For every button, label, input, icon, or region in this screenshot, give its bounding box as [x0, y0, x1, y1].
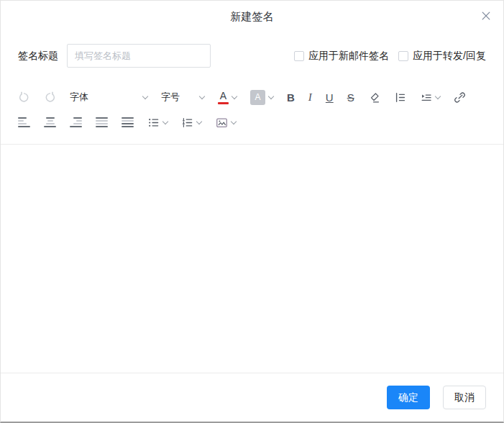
- undo-icon: [18, 91, 30, 104]
- undo-button[interactable]: [18, 91, 30, 104]
- indent-icon: [420, 91, 432, 104]
- align-right-icon: [70, 117, 82, 127]
- dialog-footer: 确定 取消: [1, 373, 503, 422]
- insert-link-icon: [454, 91, 466, 104]
- signature-title-label: 签名标题: [18, 50, 58, 63]
- font-family-dropdown[interactable]: 字体: [70, 91, 147, 104]
- signature-title-row: 签名标题 应用于新邮件签名 应用于转发/回复: [1, 44, 503, 68]
- chevron-down-icon: [162, 118, 168, 124]
- apply-new-mail-label: 应用于新邮件签名: [308, 50, 389, 63]
- chevron-down-icon: [232, 93, 237, 99]
- chevron-down-icon: [231, 118, 237, 124]
- align-center-icon: [44, 117, 56, 127]
- ordered-list-icon: [181, 117, 193, 129]
- align-distribute-button[interactable]: [122, 117, 134, 127]
- signature-editor[interactable]: [1, 144, 503, 373]
- align-distribute-icon: [122, 117, 134, 127]
- font-color-swatch: [218, 102, 229, 104]
- chevron-down-icon: [199, 93, 205, 99]
- font-size-dropdown[interactable]: 字号: [161, 91, 204, 104]
- align-justify-button[interactable]: [96, 117, 108, 127]
- align-justify-icon: [96, 117, 108, 127]
- editor-toolbar: 字体 字号 A A B I: [1, 86, 503, 133]
- bullet-list-dropdown[interactable]: [147, 117, 168, 129]
- apply-forward-reply-checkbox[interactable]: [398, 51, 408, 61]
- font-color-picker[interactable]: A: [218, 91, 237, 104]
- bullet-list-icon: [147, 117, 160, 129]
- italic-button[interactable]: I: [308, 92, 312, 103]
- signature-title-input[interactable]: [67, 44, 211, 68]
- indent-dropdown[interactable]: [420, 91, 440, 104]
- confirm-button[interactable]: 确定: [387, 386, 430, 409]
- apply-forward-reply-label: 应用于转发/回复: [413, 50, 486, 63]
- insert-image-dropdown[interactable]: [215, 117, 236, 129]
- chevron-down-icon: [142, 93, 148, 99]
- apply-new-mail-option[interactable]: 应用于新邮件签名: [294, 50, 389, 63]
- apply-forward-reply-option[interactable]: 应用于转发/回复: [398, 50, 486, 63]
- line-spacing-button[interactable]: [394, 91, 406, 104]
- bold-button[interactable]: B: [287, 92, 295, 103]
- chevron-down-icon: [434, 93, 440, 99]
- align-right-button[interactable]: [70, 117, 82, 127]
- redo-button[interactable]: [44, 91, 56, 104]
- insert-image-icon: [215, 117, 228, 129]
- toolbar-row-1: 字体 字号 A A B I: [18, 86, 486, 108]
- dialog-title: 新建签名: [1, 1, 503, 24]
- toolbar-row-2: [18, 112, 486, 133]
- cancel-button[interactable]: 取消: [443, 386, 486, 409]
- font-size-label: 字号: [161, 91, 180, 104]
- redo-icon: [44, 91, 56, 104]
- align-center-button[interactable]: [44, 117, 56, 127]
- font-family-label: 字体: [70, 91, 88, 104]
- clear-format-button[interactable]: [368, 91, 380, 104]
- clear-format-icon: [368, 91, 380, 104]
- align-left-button[interactable]: [18, 117, 30, 127]
- strikethrough-button[interactable]: S: [347, 92, 354, 103]
- highlight-color-icon: A: [250, 90, 265, 105]
- apply-options: 应用于新邮件签名 应用于转发/回复: [294, 50, 486, 63]
- apply-new-mail-checkbox[interactable]: [294, 51, 304, 61]
- new-signature-dialog: 新建签名 签名标题 应用于新邮件签名 应用于转发/回复: [0, 0, 504, 423]
- insert-link-button[interactable]: [454, 91, 466, 104]
- close-button[interactable]: [480, 9, 492, 22]
- dialog-header: 新建签名: [1, 1, 503, 32]
- underline-button[interactable]: U: [326, 92, 334, 103]
- font-color-icon: A: [218, 91, 229, 104]
- highlight-color-picker[interactable]: A: [250, 90, 273, 105]
- chevron-down-icon: [196, 118, 202, 124]
- ordered-list-dropdown[interactable]: [181, 117, 201, 129]
- align-left-icon: [18, 117, 30, 127]
- line-spacing-icon: [394, 91, 406, 104]
- chevron-down-icon: [268, 93, 274, 99]
- close-icon: [480, 10, 492, 22]
